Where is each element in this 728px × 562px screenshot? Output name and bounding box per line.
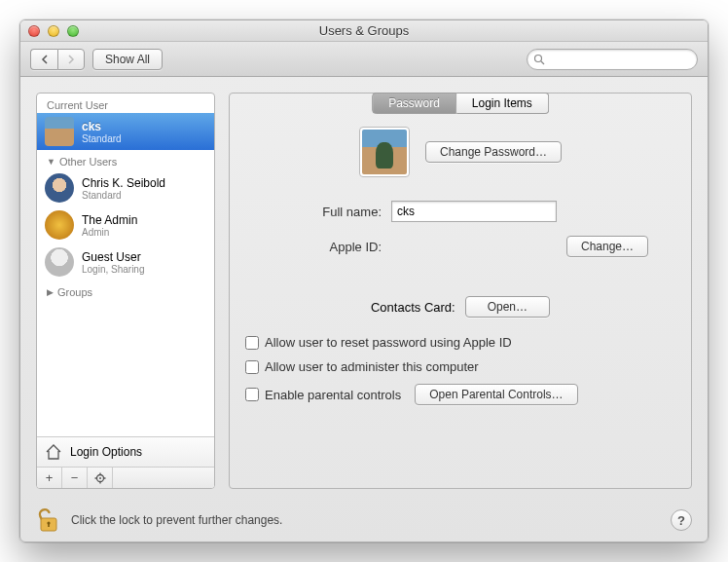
- show-all-button[interactable]: Show All: [92, 49, 163, 70]
- lock-hint-text: Click the lock to prevent further change…: [71, 513, 282, 527]
- open-contacts-button[interactable]: Open…: [465, 296, 550, 318]
- content-area: Current User cks Standard ▼ Other Users …: [20, 77, 708, 499]
- parental-controls-row: Enable parental controls Open Parental C…: [245, 384, 675, 405]
- remove-user-button[interactable]: −: [62, 468, 88, 488]
- user-role: Standard: [82, 190, 165, 201]
- traffic-lights: [28, 25, 79, 37]
- action-menu-button[interactable]: [88, 468, 113, 488]
- user-role: Standard: [82, 133, 122, 144]
- avatar: [45, 247, 74, 277]
- svg-point-3: [99, 477, 101, 479]
- login-options-row[interactable]: Login Options: [37, 436, 214, 467]
- svg-line-1: [541, 61, 544, 64]
- change-password-button[interactable]: Change Password…: [425, 141, 562, 163]
- lock-open-icon: [36, 506, 61, 534]
- login-options-label: Login Options: [70, 445, 142, 459]
- window-title: Users & Groups: [20, 23, 708, 38]
- profile-picture[interactable]: [359, 127, 410, 177]
- zoom-window-button[interactable]: [67, 25, 79, 37]
- back-button[interactable]: [30, 49, 57, 70]
- avatar: [45, 117, 74, 146]
- allow-admin-row[interactable]: Allow user to administer this computer: [245, 359, 675, 374]
- search-field[interactable]: [527, 49, 698, 70]
- user-list: Current User cks Standard ▼ Other Users …: [37, 94, 214, 436]
- user-role: Login, Sharing: [82, 264, 145, 275]
- svg-rect-10: [48, 523, 50, 527]
- groups-header[interactable]: ▶ Groups: [37, 281, 214, 300]
- user-form: Full name: Apple ID: Change…: [245, 201, 675, 257]
- user-name: The Admin: [82, 213, 137, 227]
- user-row[interactable]: Guest User Login, Sharing: [37, 244, 214, 281]
- tab-password[interactable]: Password: [372, 93, 456, 114]
- contacts-card-label: Contacts Card:: [371, 300, 455, 315]
- apple-id-label: Apple ID:: [245, 240, 391, 254]
- close-window-button[interactable]: [28, 25, 40, 37]
- main-panel: Password Login Items Change Password… Fu…: [229, 93, 692, 489]
- toolbar: Show All: [20, 42, 708, 77]
- tabs: Password Login Items: [372, 93, 549, 114]
- add-user-button[interactable]: +: [37, 468, 62, 488]
- change-apple-id-button[interactable]: Change…: [566, 236, 648, 257]
- user-name: cks: [82, 120, 122, 133]
- forward-button[interactable]: [57, 49, 85, 70]
- minimize-window-button[interactable]: [48, 25, 59, 37]
- forward-arrow-icon: [66, 55, 76, 64]
- gear-icon: [94, 472, 106, 484]
- user-row[interactable]: Chris K. Seibold Standard: [37, 169, 214, 206]
- other-users-header[interactable]: ▼ Other Users: [37, 150, 214, 169]
- allow-admin-checkbox[interactable]: [245, 360, 259, 374]
- current-user-header: Current User: [37, 94, 214, 113]
- avatar: [45, 173, 74, 203]
- sidebar: Current User cks Standard ▼ Other Users …: [36, 93, 215, 489]
- tab-login-items[interactable]: Login Items: [456, 93, 549, 114]
- user-role: Admin: [82, 227, 137, 238]
- full-name-input[interactable]: [391, 201, 557, 222]
- back-arrow-icon: [40, 55, 50, 64]
- titlebar: Users & Groups: [20, 20, 708, 42]
- allow-reset-label: Allow user to reset password using Apple…: [265, 335, 512, 350]
- profile-row: Change Password…: [245, 127, 675, 177]
- user-row[interactable]: The Admin Admin: [37, 206, 214, 244]
- open-parental-controls-button[interactable]: Open Parental Controls…: [415, 384, 577, 405]
- allow-reset-row[interactable]: Allow user to reset password using Apple…: [245, 335, 675, 350]
- footer: Click the lock to prevent further change…: [20, 499, 708, 542]
- home-icon: [45, 443, 62, 461]
- disclosure-down-icon: ▼: [47, 157, 55, 167]
- allow-admin-label: Allow user to administer this computer: [265, 359, 479, 374]
- search-icon: [533, 54, 545, 65]
- full-name-label: Full name:: [245, 205, 391, 219]
- user-name: Chris K. Seibold: [82, 176, 165, 190]
- help-button[interactable]: ?: [671, 509, 692, 531]
- allow-reset-checkbox[interactable]: [245, 336, 259, 350]
- checkbox-group: Allow user to reset password using Apple…: [245, 335, 675, 405]
- enable-parental-checkbox[interactable]: [245, 388, 259, 401]
- disclosure-right-icon: ▶: [47, 287, 54, 297]
- user-name: Guest User: [82, 250, 145, 264]
- lock-button[interactable]: [36, 506, 61, 534]
- sidebar-bottom-bar: + −: [37, 467, 214, 488]
- search-input[interactable]: [545, 53, 691, 66]
- enable-parental-label: Enable parental controls: [265, 388, 401, 402]
- nav-segment: [30, 49, 85, 70]
- avatar: [45, 210, 74, 240]
- svg-point-0: [535, 55, 542, 61]
- preferences-window: Users & Groups Show All Current User: [19, 19, 709, 543]
- user-row-current[interactable]: cks Standard: [37, 113, 214, 150]
